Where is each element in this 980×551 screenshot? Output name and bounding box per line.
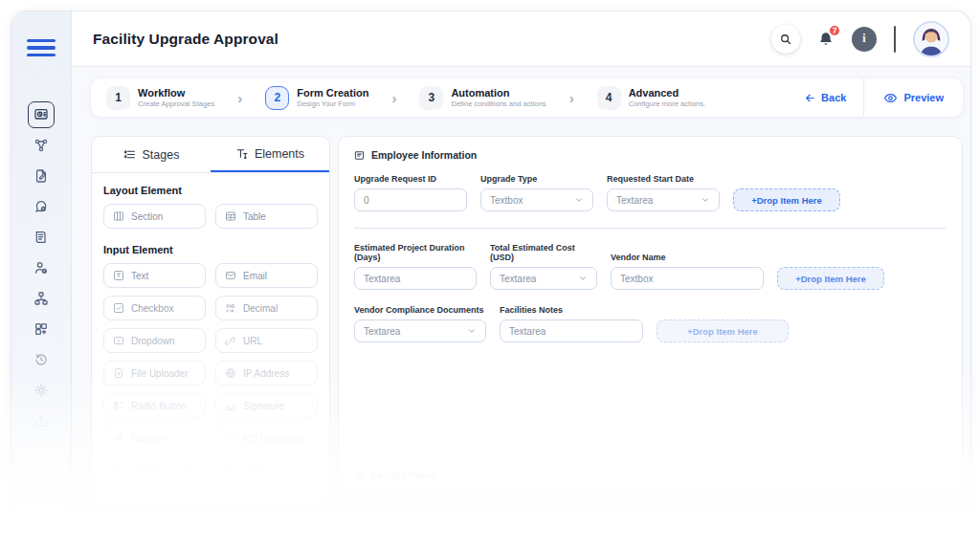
notification-badge: 7 bbox=[828, 24, 841, 37]
drop-zone[interactable]: +Drop Item Here bbox=[777, 267, 884, 290]
preview-button[interactable]: Preview bbox=[864, 78, 963, 117]
element-file-uploader[interactable]: File Uploader bbox=[103, 361, 206, 386]
search-icon bbox=[779, 33, 792, 46]
number-icon bbox=[113, 432, 124, 444]
modules-icon[interactable] bbox=[28, 316, 55, 342]
form-row: Estimated Project Duration (Days) Textar… bbox=[354, 243, 947, 290]
chevron-down-icon bbox=[701, 195, 710, 205]
app-window: Facility Upgrade Approval 7 i bbox=[11, 11, 970, 551]
stages-icon bbox=[123, 148, 136, 161]
requested-start-date-select[interactable]: Textarea bbox=[607, 188, 720, 211]
element-ip-address[interactable]: IP Address bbox=[215, 361, 318, 386]
chevron-down-icon bbox=[574, 195, 584, 205]
field-label: Vendor Compliance Documents bbox=[354, 305, 486, 315]
element-number[interactable]: Number bbox=[103, 426, 206, 451]
element-email[interactable]: Email bbox=[215, 263, 318, 288]
step-form-creation[interactable]: 2 Form Creation Design Your Form bbox=[265, 86, 368, 110]
input-element-heading: Input Element bbox=[103, 244, 318, 255]
content-area: 1 Workflow Create Approval Stages › 2 Fo… bbox=[72, 67, 970, 551]
search-button[interactable] bbox=[771, 25, 800, 54]
arrow-left-icon bbox=[804, 92, 816, 104]
field-label: Upgrade Type bbox=[480, 174, 593, 184]
vendor-compliance-select[interactable]: Textarea bbox=[354, 320, 486, 342]
field-label: Vendor Name bbox=[611, 253, 764, 262]
layout-element-heading: Layout Element bbox=[103, 185, 318, 196]
element-section[interactable]: Section bbox=[103, 204, 206, 229]
notifications-button[interactable]: 7 bbox=[817, 31, 835, 48]
workflow-icon[interactable] bbox=[28, 132, 55, 159]
radio-button-icon bbox=[113, 400, 124, 411]
user-settings-icon[interactable] bbox=[28, 254, 55, 281]
checkbox-icon bbox=[113, 302, 124, 314]
field-label: Total Estimated Cost (USD) bbox=[490, 243, 597, 262]
ip-address-icon bbox=[225, 367, 236, 379]
table-icon bbox=[225, 210, 236, 222]
field-label: Requested Start Date bbox=[607, 174, 720, 184]
estimated-duration-field[interactable]: Textarea bbox=[354, 267, 477, 290]
form-row: Upgrade Request ID 0 Upgrade Type Textbo… bbox=[354, 174, 947, 211]
info-button[interactable]: i bbox=[852, 27, 877, 52]
signature-icon bbox=[225, 400, 236, 411]
ms-dropdown-icon bbox=[225, 432, 236, 444]
drop-zone[interactable]: +Drop Item Here bbox=[657, 320, 789, 342]
drop-zone[interactable]: +Drop Item Here bbox=[733, 188, 840, 211]
settings-icon[interactable] bbox=[28, 377, 55, 404]
chevron-down-icon bbox=[578, 274, 588, 283]
facilities-notes-field[interactable]: Textarea bbox=[500, 320, 643, 342]
step-workflow[interactable]: 1 Workflow Create Approval Stages bbox=[106, 86, 214, 110]
top-bar: Facility Upgrade Approval 7 i bbox=[72, 11, 970, 67]
total-estimated-cost-select[interactable]: Textarea bbox=[490, 267, 597, 290]
element-ms-dropdown[interactable]: MS Dropdown bbox=[215, 426, 318, 451]
element-table[interactable]: Table bbox=[215, 204, 318, 229]
typography-icon bbox=[235, 147, 248, 160]
text-icon bbox=[113, 270, 124, 281]
element-checkbox[interactable]: Checkbox bbox=[103, 296, 206, 320]
export-icon[interactable] bbox=[28, 408, 55, 434]
tab-elements[interactable]: Elements bbox=[211, 137, 329, 172]
back-button[interactable]: Back bbox=[787, 78, 863, 117]
element-signature[interactable]: Signature bbox=[215, 393, 318, 418]
element-textarea[interactable]: Textarea bbox=[215, 458, 318, 483]
element-radio-button[interactable]: Radio Button bbox=[103, 393, 206, 418]
section-card-icon bbox=[354, 471, 365, 481]
stepper: 1 Workflow Create Approval Stages › 2 Fo… bbox=[91, 78, 963, 117]
dropdown-list-icon bbox=[113, 465, 124, 476]
element-text[interactable]: Text bbox=[103, 263, 206, 288]
field-label: Facilities Notes bbox=[500, 305, 643, 315]
form-canvas: Employee Information Upgrade Request ID … bbox=[338, 136, 963, 492]
element-dropdown[interactable]: Dropdown bbox=[103, 328, 206, 353]
form-editor-icon[interactable] bbox=[28, 163, 55, 189]
ghost-section-header: Facility Plans bbox=[354, 470, 947, 481]
time-dashboard-icon[interactable] bbox=[28, 101, 55, 128]
dropdown-icon bbox=[113, 335, 124, 346]
topbar-divider bbox=[894, 26, 896, 53]
tab-stages[interactable]: Stages bbox=[92, 137, 211, 172]
chevron-right-icon: › bbox=[391, 90, 396, 106]
sidebar bbox=[11, 11, 72, 551]
process-settings-icon[interactable] bbox=[28, 193, 55, 220]
file-uploader-icon bbox=[113, 367, 124, 379]
chevron-right-icon: › bbox=[237, 90, 242, 106]
section-icon bbox=[113, 210, 124, 222]
step-advanced[interactable]: 4 Advanced Configure more actions. bbox=[597, 86, 706, 110]
ghost-next-section: Facility Plans bbox=[354, 456, 947, 481]
avatar-illustration bbox=[915, 23, 947, 55]
upgrade-request-id-field[interactable]: 0 bbox=[354, 188, 467, 211]
records-icon[interactable] bbox=[28, 224, 55, 251]
element-dropdown-list[interactable]: Dropdown List bbox=[103, 458, 206, 483]
user-avatar[interactable] bbox=[913, 21, 949, 57]
org-chart-icon[interactable] bbox=[28, 285, 55, 312]
section-card-icon bbox=[354, 150, 365, 161]
history-icon[interactable] bbox=[28, 346, 55, 373]
upgrade-type-select[interactable]: Textbox bbox=[480, 188, 593, 211]
vendor-name-field[interactable]: Textbox bbox=[611, 267, 764, 290]
page-title: Facility Upgrade Approval bbox=[93, 31, 278, 48]
step-automation[interactable]: 3 Automation Define conditions and actio… bbox=[419, 86, 546, 110]
element-url[interactable]: URL bbox=[215, 328, 318, 353]
menu-icon[interactable] bbox=[27, 36, 56, 59]
element-decimal[interactable]: Decimal bbox=[215, 296, 318, 320]
section-divider bbox=[354, 228, 947, 229]
eye-icon bbox=[883, 91, 898, 105]
email-icon bbox=[225, 270, 236, 281]
field-label: Estimated Project Duration (Days) bbox=[354, 243, 477, 262]
